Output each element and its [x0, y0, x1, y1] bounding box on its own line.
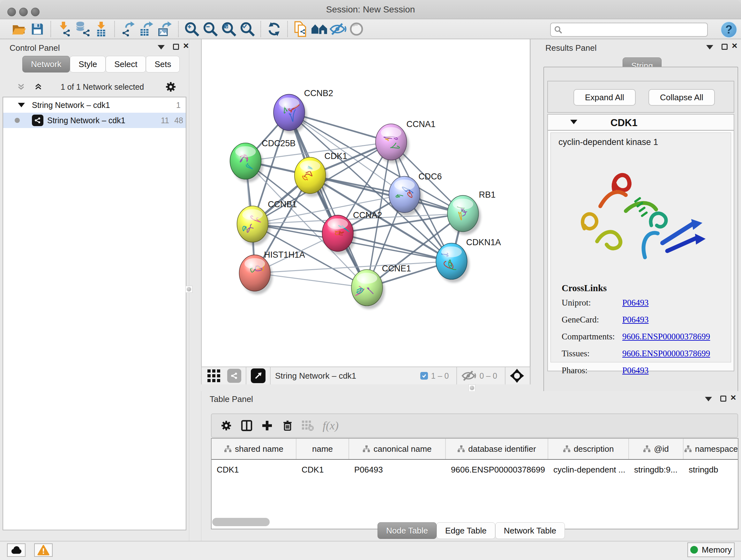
- tree-column-icon: [457, 445, 465, 453]
- crosslink-label: Pharos:: [562, 366, 622, 375]
- crosslink-link[interactable]: P06493: [622, 315, 649, 325]
- tab-sets[interactable]: Sets: [146, 56, 180, 72]
- crosslink-link[interactable]: 9606.ENSP00000378699: [622, 349, 710, 359]
- show-columns-button[interactable]: [237, 415, 257, 436]
- cloud-status-button[interactable]: [7, 543, 25, 557]
- column-header-database-identifier[interactable]: database identifier: [446, 439, 548, 459]
- zoom-selected-icon: [239, 21, 255, 37]
- table-cell[interactable]: CDK1: [212, 460, 296, 480]
- refresh-view-button[interactable]: [265, 20, 283, 38]
- close-panel-icon[interactable]: ×: [183, 43, 189, 49]
- warnings-button[interactable]: [34, 543, 53, 557]
- import-network-database-button[interactable]: [73, 20, 92, 38]
- node-CCNE1[interactable]: CCNE1: [351, 264, 411, 309]
- birdseye-view-icon[interactable]: [251, 368, 266, 383]
- delete-column-button[interactable]: [277, 415, 298, 436]
- crosshair-icon[interactable]: [510, 369, 524, 383]
- string-network-graph[interactable]: CCNB2CCNA1CDC25BCDK1CDC6RB1CCNB1CCNA2CDK…: [202, 39, 530, 365]
- tab-network-table[interactable]: Network Table: [495, 522, 565, 539]
- import-network-file-button[interactable]: [55, 20, 73, 38]
- table-cell[interactable]: cyclin-dependent ...: [548, 460, 629, 480]
- network-collection-row[interactable]: String Network – cdk1 1: [3, 98, 186, 113]
- show-all-button[interactable]: [347, 20, 366, 38]
- crosslink-link[interactable]: P06493: [622, 366, 649, 375]
- table-cell[interactable]: stringdb: [684, 460, 738, 480]
- close-panel-icon[interactable]: ×: [732, 43, 738, 49]
- node-CCNB2[interactable]: CCNB2: [273, 88, 333, 134]
- horizontal-scrollbar[interactable]: [212, 518, 270, 526]
- node-RB1[interactable]: RB1: [448, 190, 495, 235]
- network-options-gear-icon[interactable]: [165, 81, 177, 92]
- bottom-splitter-handle[interactable]: [468, 384, 475, 391]
- export-image-button[interactable]: [156, 20, 174, 38]
- node-CDC25B[interactable]: CDC25B: [230, 138, 296, 183]
- tab-node-table[interactable]: Node Table: [378, 522, 436, 539]
- clone-network-button[interactable]: [292, 20, 310, 38]
- zoom-fit-button[interactable]: [219, 20, 238, 38]
- node-table[interactable]: shared namenamecanonical namedatabase id…: [211, 438, 738, 530]
- close-panel-icon[interactable]: ×: [731, 394, 736, 401]
- column-header-description[interactable]: description: [548, 439, 629, 459]
- gene-details-scrollbox[interactable]: CDK1 cyclin-dependent kinase 1: [547, 114, 734, 371]
- left-splitter[interactable]: [189, 39, 201, 541]
- search-box[interactable]: [550, 23, 708, 37]
- gene-section-header[interactable]: CDK1: [548, 115, 734, 131]
- zoom-selected-button[interactable]: [238, 20, 257, 38]
- crosslink-link[interactable]: P06493: [622, 298, 649, 308]
- table-cell[interactable]: P06493: [349, 460, 446, 480]
- table-row[interactable]: CDK1CDK1P064939606.ENSP00000378699cyclin…: [212, 460, 738, 480]
- save-session-button[interactable]: [28, 20, 47, 38]
- hidden-eye-icon[interactable]: [461, 370, 476, 381]
- column-header--id[interactable]: @id: [629, 439, 684, 459]
- add-column-button[interactable]: [257, 415, 277, 436]
- float-panel-icon[interactable]: [720, 395, 726, 401]
- left-splitter-handle[interactable]: [185, 286, 192, 293]
- export-table-button[interactable]: [137, 20, 156, 38]
- table-cell[interactable]: CDK1: [296, 460, 349, 480]
- search-input[interactable]: [562, 25, 699, 34]
- expand-all-chevrons-icon[interactable]: [17, 83, 25, 91]
- tab-network[interactable]: Network: [22, 56, 70, 72]
- column-header-namespace[interactable]: namespace: [684, 439, 738, 459]
- collection-expander-icon[interactable]: [18, 103, 25, 107]
- table-cell[interactable]: 9606.ENSP00000378699: [446, 460, 548, 480]
- tab-style[interactable]: Style: [70, 56, 106, 72]
- node-HIST1H1A[interactable]: HIST1H1A: [239, 250, 305, 294]
- edge-CCNB2-CCNE1[interactable]: [289, 112, 367, 288]
- column-header-canonical-name[interactable]: canonical name: [349, 439, 446, 459]
- float-panel-icon[interactable]: [722, 44, 728, 50]
- tab-select[interactable]: Select: [106, 56, 146, 72]
- gene-expander-icon[interactable]: [570, 120, 577, 124]
- column-header-name[interactable]: name: [296, 439, 349, 459]
- node-CDKN1A[interactable]: CDKN1A: [436, 238, 501, 283]
- column-header-shared-name[interactable]: shared name: [212, 439, 296, 459]
- collapse-panel-icon[interactable]: [705, 397, 712, 401]
- network-view-canvas[interactable]: CCNB2CCNA1CDC25BCDK1CDC6RB1CCNB1CCNA2CDK…: [201, 39, 530, 367]
- share-view-icon[interactable]: [227, 369, 241, 383]
- table-cell[interactable]: stringdb:9...: [629, 460, 684, 480]
- return-to-gallery-button[interactable]: [310, 20, 329, 38]
- collapse-all-button[interactable]: Collapse All: [649, 89, 715, 106]
- zoom-in-button[interactable]: [183, 20, 201, 38]
- expand-all-button[interactable]: Expand All: [574, 89, 636, 106]
- collapse-all-chevrons-icon[interactable]: [35, 83, 42, 91]
- hide-selected-button[interactable]: [329, 20, 347, 38]
- open-session-button[interactable]: [10, 20, 28, 38]
- collapse-panel-icon[interactable]: [158, 45, 165, 50]
- help-button[interactable]: ?: [721, 21, 737, 38]
- crosslink-link[interactable]: 9606.ENSP00000378699: [622, 332, 710, 341]
- network-row[interactable]: String Network – cdk1 11 48: [3, 113, 186, 128]
- node-CDC6[interactable]: CDC6: [389, 172, 442, 216]
- grid-view-icon[interactable]: [207, 369, 220, 382]
- float-panel-icon[interactable]: [173, 44, 179, 50]
- collapse-panel-icon[interactable]: [706, 45, 713, 50]
- zoom-out-button[interactable]: [201, 20, 219, 38]
- delete-table-button: [298, 415, 318, 436]
- memory-button[interactable]: Memory: [687, 543, 735, 557]
- import-table-file-button[interactable]: [92, 20, 111, 38]
- node-CDK1[interactable]: CDK1: [294, 151, 347, 197]
- tab-edge-table[interactable]: Edge Table: [436, 522, 495, 539]
- export-network-button[interactable]: [119, 20, 137, 38]
- selected-nodes-checkbox[interactable]: [420, 372, 428, 380]
- table-options-button[interactable]: [216, 415, 237, 436]
